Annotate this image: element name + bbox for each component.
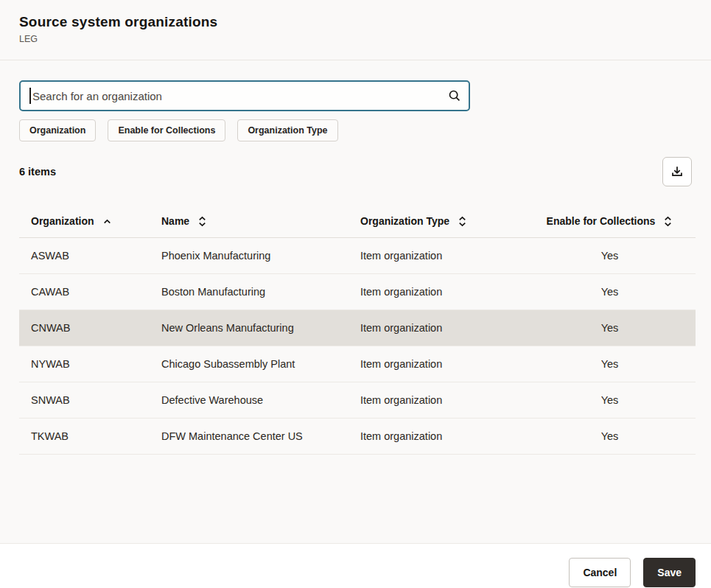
- download-button[interactable]: [662, 157, 692, 186]
- sort-updown-icon[interactable]: [197, 216, 207, 227]
- cell-enable-for-collections: Yes: [524, 273, 696, 309]
- cell-enable-for-collections: Yes: [524, 346, 696, 382]
- text-cursor: [29, 88, 31, 104]
- table-body: ASWAB Phoenix Manufacturing Item organiz…: [19, 237, 696, 454]
- column-label: Organization Type: [360, 215, 449, 227]
- cell-organization: CNWAB: [19, 309, 150, 346]
- organizations-table: Organization Name: [19, 206, 696, 455]
- filter-chips: Organization Enable for Collections Orga…: [19, 119, 711, 141]
- cell-name: Phoenix Manufacturing: [150, 237, 349, 273]
- cell-organization: TKWAB: [19, 418, 150, 454]
- column-header-organization-type[interactable]: Organization Type: [349, 206, 524, 237]
- search-bar: [19, 80, 470, 111]
- cell-organization: NYWAB: [19, 346, 150, 382]
- search-button[interactable]: [446, 80, 463, 111]
- column-label: Organization: [31, 215, 94, 227]
- column-label: Enable for Collections: [547, 215, 656, 227]
- search-input[interactable]: [19, 80, 470, 111]
- sort-updown-icon[interactable]: [458, 216, 467, 227]
- cell-enable-for-collections: Yes: [524, 237, 696, 273]
- table-header-row: Organization Name: [19, 206, 696, 237]
- table-row[interactable]: CNWAB New Orleans Manufacturing Item org…: [19, 309, 696, 346]
- table-row[interactable]: ASWAB Phoenix Manufacturing Item organiz…: [19, 237, 696, 273]
- cell-enable-for-collections: Yes: [524, 418, 696, 454]
- column-header-organization[interactable]: Organization: [19, 206, 150, 237]
- cell-organization-type: Item organization: [349, 273, 524, 309]
- filter-chip-enable-for-collections[interactable]: Enable for Collections: [108, 119, 225, 141]
- cell-organization: ASWAB: [19, 237, 150, 273]
- save-button[interactable]: Save: [643, 558, 696, 587]
- cell-organization: SNWAB: [19, 382, 150, 418]
- cell-organization-type: Item organization: [349, 346, 524, 382]
- chevron-up-icon[interactable]: [102, 217, 112, 226]
- filter-chip-organization-type[interactable]: Organization Type: [237, 119, 337, 141]
- page-subtitle: LEG: [19, 34, 692, 44]
- cell-name: DFW Maintenance Center US: [150, 418, 349, 454]
- cell-enable-for-collections: Yes: [524, 382, 696, 418]
- download-icon: [669, 164, 685, 180]
- table-toolbar: 6 items: [19, 157, 692, 186]
- cell-name: Chicago Subassembly Plant: [150, 346, 349, 382]
- page-header: Source system organizations LEG: [0, 0, 711, 44]
- page-title: Source system organizations: [19, 14, 692, 30]
- header-divider: [0, 60, 711, 60]
- cell-organization-type: Item organization: [349, 418, 524, 454]
- cell-organization-type: Item organization: [349, 382, 524, 418]
- search-icon: [446, 88, 463, 104]
- cell-organization-type: Item organization: [349, 237, 524, 273]
- cell-name: Defective Warehouse: [150, 382, 349, 418]
- sort-updown-icon[interactable]: [663, 216, 673, 227]
- column-header-enable-for-collections[interactable]: Enable for Collections: [524, 206, 696, 237]
- footer-action-bar: Cancel Save: [0, 543, 711, 588]
- cell-organization: CAWAB: [19, 273, 150, 309]
- table-row[interactable]: TKWAB DFW Maintenance Center US Item org…: [19, 418, 696, 454]
- cell-name: New Orleans Manufacturing: [150, 309, 349, 346]
- column-label: Name: [161, 215, 189, 227]
- column-header-name[interactable]: Name: [150, 206, 349, 237]
- table-row[interactable]: SNWAB Defective Warehouse Item organizat…: [19, 382, 696, 418]
- cell-organization-type: Item organization: [349, 309, 524, 346]
- items-count: 6 items: [19, 166, 56, 178]
- filter-chip-organization[interactable]: Organization: [19, 119, 96, 141]
- cell-name: Boston Manufacturing: [150, 273, 349, 309]
- cancel-button[interactable]: Cancel: [569, 558, 631, 587]
- table-row[interactable]: NYWAB Chicago Subassembly Plant Item org…: [19, 346, 696, 382]
- table-row[interactable]: CAWAB Boston Manufacturing Item organiza…: [19, 273, 696, 309]
- cell-enable-for-collections: Yes: [524, 309, 696, 346]
